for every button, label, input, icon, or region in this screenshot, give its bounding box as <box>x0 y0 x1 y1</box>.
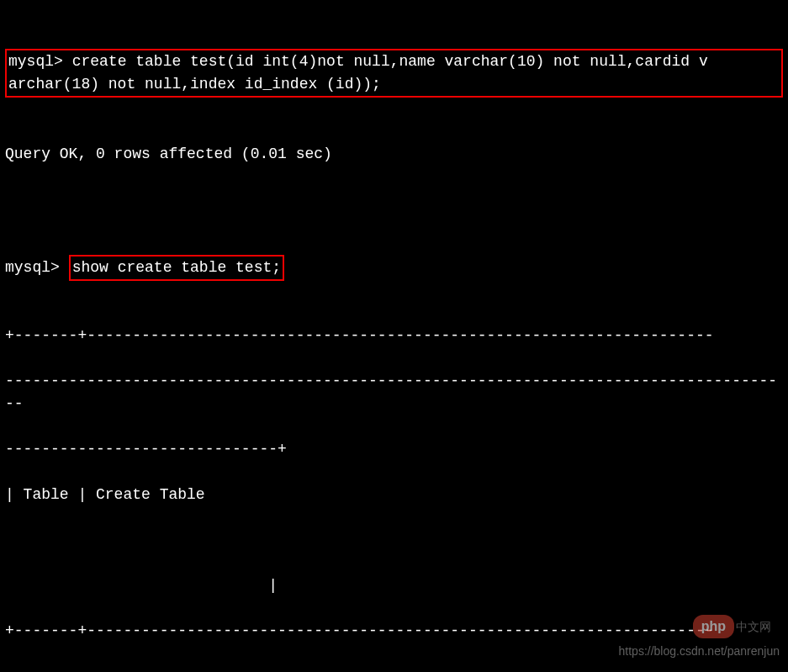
watermark-php-logo: php中文网 <box>693 615 771 638</box>
table-border: ----------------------------------------… <box>5 370 783 415</box>
blank-line <box>5 529 783 552</box>
cmd-create-table-part1: create table test(id int(4)not null,name… <box>72 53 708 70</box>
watermark-url: https://blog.csdn.net/panrenjun <box>619 643 780 660</box>
mysql-prompt: mysql> <box>8 53 72 70</box>
php-cn-text: 中文网 <box>736 620 771 633</box>
php-badge: php <box>693 615 734 638</box>
terminal-window[interactable]: mysql> create table test(id int(4)not nu… <box>0 0 788 672</box>
table-border: ----------------------------------------… <box>5 665 783 672</box>
terminal-line: mysql> show create table test; <box>5 257 783 279</box>
blank-line <box>5 188 783 211</box>
table-border: +-------+-------------------------------… <box>5 620 783 643</box>
highlight-create-table: mysql> create table test(id int(4)not nu… <box>5 49 783 98</box>
highlight-show-create: show create table test; <box>69 255 284 281</box>
terminal-line: mysql> create table test(id int(4)not nu… <box>8 50 780 73</box>
table-border: ------------------------------+ <box>5 438 783 461</box>
cmd-create-table-part2: archar(18) not null,index id_index (id))… <box>8 76 381 93</box>
query-ok-result: Query OK, 0 rows affected (0.01 sec) <box>5 146 332 162</box>
cmd-show-create: show create table test; <box>72 259 281 276</box>
table-header-pipe: | <box>5 574 783 597</box>
terminal-line: Query OK, 0 rows affected (0.01 sec) <box>5 143 783 166</box>
table-border: +-------+-------------------------------… <box>5 325 783 347</box>
table-header: | Table | Create Table <box>5 484 783 506</box>
terminal-line: archar(18) not null,index id_index (id))… <box>8 73 780 96</box>
mysql-prompt: mysql> <box>5 259 69 276</box>
